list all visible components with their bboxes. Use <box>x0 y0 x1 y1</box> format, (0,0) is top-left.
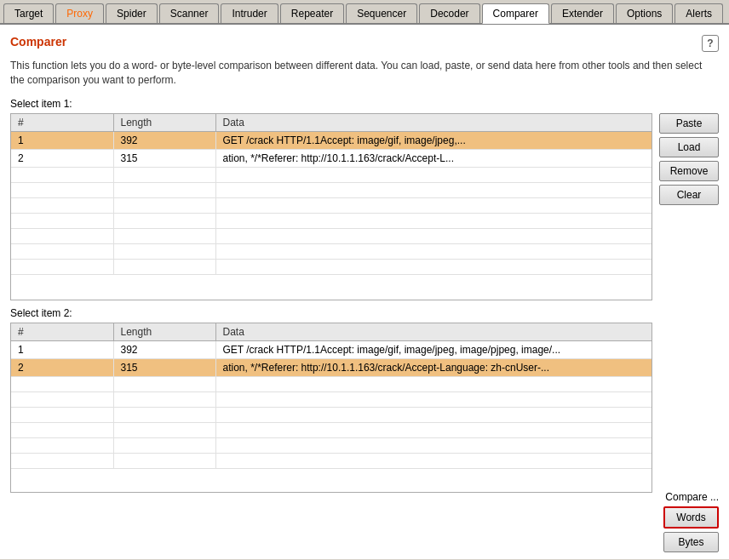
table-row <box>11 376 652 391</box>
table-row <box>11 182 652 197</box>
item2-row2-length: 315 <box>113 358 215 376</box>
item2-table-wrapper: # Length Data 1 392 GET /crack HTTP/1.1A… <box>10 323 652 493</box>
item1-section: # Length Data 1 392 GET /crack HTTP/1.1A… <box>10 113 719 300</box>
clear-button-1[interactable]: Clear <box>659 185 719 205</box>
paste-button-1[interactable]: Paste <box>659 113 719 134</box>
table-row <box>11 243 652 259</box>
item2-col-data: Data <box>215 323 652 341</box>
table-row <box>11 213 652 228</box>
item1-col-length: Length <box>113 114 215 132</box>
tab-target[interactable]: Target <box>3 3 54 23</box>
table-row[interactable]: 1 392 GET /crack HTTP/1.1Accept: image/g… <box>11 131 652 149</box>
item2-row2-data: ation, */*Referer: http://10.1.1.163/cra… <box>215 358 652 376</box>
table-row <box>11 259 652 274</box>
tab-decoder[interactable]: Decoder <box>419 3 479 23</box>
item2-row1-length: 392 <box>113 340 215 358</box>
table-row <box>11 422 652 437</box>
item1-col-num: # <box>11 114 113 132</box>
item2-col-length: Length <box>113 323 215 341</box>
table-row[interactable]: 2 315 ation, */*Referer: http://10.1.1.1… <box>11 149 652 167</box>
item1-row1-num: 1 <box>11 131 113 149</box>
item2-row2-num: 2 <box>11 358 113 376</box>
table-row <box>11 437 652 453</box>
item2-buttons <box>659 323 719 493</box>
tab-repeater[interactable]: Repeater <box>280 3 344 23</box>
item1-row2-data: ation, */*Referer: http://10.1.1.163/cra… <box>215 149 652 167</box>
tab-proxy[interactable]: Proxy <box>55 3 104 23</box>
tab-options[interactable]: Options <box>616 3 673 23</box>
item1-col-data: Data <box>215 114 652 132</box>
table-row <box>11 228 652 243</box>
item1-buttons: Paste Load Remove Clear <box>659 113 719 300</box>
item2-col-num: # <box>11 323 113 341</box>
item2-table: # Length Data 1 392 GET /crack HTTP/1.1A… <box>11 323 652 469</box>
tab-intruder[interactable]: Intruder <box>221 3 278 23</box>
item1-table: # Length Data 1 392 GET /crack HTTP/1.1A… <box>11 114 652 275</box>
words-button[interactable]: Words <box>663 506 719 529</box>
table-row[interactable]: 1 392 GET /crack HTTP/1.1Accept: image/g… <box>11 340 652 358</box>
table-row[interactable]: 2 315 ation, */*Referer: http://10.1.1.1… <box>11 358 652 376</box>
tab-scanner[interactable]: Scanner <box>159 3 220 23</box>
remove-button-1[interactable]: Remove <box>659 161 719 181</box>
item2-section: # Length Data 1 392 GET /crack HTTP/1.1A… <box>10 323 719 493</box>
page-header: Comparer ? <box>10 35 719 52</box>
item2-label: Select item 2: <box>10 307 719 319</box>
page-title: Comparer <box>10 35 66 49</box>
table-row <box>11 197 652 213</box>
tab-alerts[interactable]: Alerts <box>674 3 723 23</box>
item1-table-border: # Length Data 1 392 GET /crack HTTP/1.1A… <box>10 113 652 300</box>
tab-comparer[interactable]: Comparer <box>482 3 549 24</box>
bytes-button[interactable]: Bytes <box>663 532 719 552</box>
main-content: Comparer ? This function lets you do a w… <box>0 25 729 559</box>
item2-row1-num: 1 <box>11 340 113 358</box>
tab-bar: Target Proxy Spider Scanner Intruder Rep… <box>0 0 729 25</box>
compare-label: Compare ... <box>665 491 719 503</box>
table-row <box>11 167 652 182</box>
tab-spider[interactable]: Spider <box>106 3 158 23</box>
load-button-1[interactable]: Load <box>659 137 719 157</box>
item1-row1-data: GET /crack HTTP/1.1Accept: image/gif, im… <box>215 131 652 149</box>
tab-sequencer[interactable]: Sequencer <box>346 3 417 23</box>
table-row <box>11 407 652 422</box>
help-icon[interactable]: ? <box>702 35 719 52</box>
table-row <box>11 391 652 407</box>
item1-row2-num: 2 <box>11 149 113 167</box>
item2-row1-data: GET /crack HTTP/1.1Accept: image/gif, im… <box>215 340 652 358</box>
item1-table-wrapper: # Length Data 1 392 GET /crack HTTP/1.1A… <box>10 113 652 300</box>
tab-extender[interactable]: Extender <box>551 3 614 23</box>
item1-row1-length: 392 <box>113 131 215 149</box>
item1-label: Select item 1: <box>10 98 719 110</box>
description: This function lets you do a word- or byt… <box>10 59 719 88</box>
item1-row2-length: 315 <box>113 149 215 167</box>
item2-table-border: # Length Data 1 392 GET /crack HTTP/1.1A… <box>10 323 652 493</box>
table-row <box>11 453 652 468</box>
